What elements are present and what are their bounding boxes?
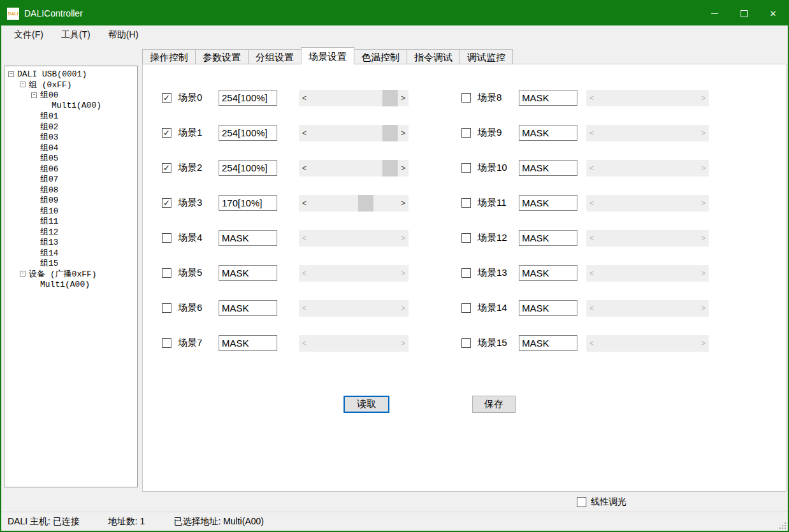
tree-item-19[interactable]: -设备 (广播0xFF) <box>4 269 137 280</box>
status-bar: DALI 主机: 已连接 地址数: 1 已选择地址: Multi(A00) <box>1 512 788 531</box>
scene-level-scrollbar[interactable]: <> <box>299 90 409 106</box>
tree-item-18[interactable]: 组15 <box>4 258 137 269</box>
tree-item-8[interactable]: 组05 <box>4 153 137 164</box>
tree-expander-icon[interactable]: - <box>8 71 14 77</box>
scene-value-input[interactable] <box>219 300 277 316</box>
scrollbar-right-arrow-icon[interactable]: > <box>398 195 409 212</box>
tree-item-3[interactable]: Multi(A00) <box>4 101 137 111</box>
scrollbar-right-arrow-icon[interactable]: > <box>398 125 409 141</box>
scene-checkbox[interactable]: ✓ <box>162 128 171 138</box>
tab-3[interactable]: 场景设置 <box>301 47 354 64</box>
tree-expander-icon[interactable]: - <box>31 92 37 98</box>
tree-item-12[interactable]: 组09 <box>4 195 137 206</box>
scrollbar-right-arrow-icon[interactable]: > <box>398 160 409 176</box>
scene-checkbox[interactable] <box>461 198 471 208</box>
tab-4[interactable]: 色温控制 <box>354 49 407 64</box>
scene-value-input[interactable] <box>519 160 577 176</box>
scene-value-input[interactable] <box>519 90 577 106</box>
tree-item-10[interactable]: 组07 <box>4 174 137 185</box>
scene-checkbox[interactable] <box>461 303 471 313</box>
scrollbar-left-arrow-icon[interactable]: < <box>299 195 310 212</box>
scrollbar-track <box>597 300 698 317</box>
menu-item-0[interactable]: 文件(F) <box>8 27 50 43</box>
scene-level-scrollbar[interactable]: <> <box>299 160 409 176</box>
tree-item-2[interactable]: -组00 <box>4 90 137 101</box>
scene-checkbox[interactable] <box>461 268 471 278</box>
tree-item-4[interactable]: 组01 <box>4 111 137 122</box>
tab-5[interactable]: 指令调试 <box>407 49 460 64</box>
scene-checkbox[interactable] <box>461 128 471 138</box>
scrollbar-track[interactable] <box>310 160 398 176</box>
tree-item-1[interactable]: -组 (0xFF) <box>4 80 137 90</box>
scene-value-input[interactable] <box>219 90 277 106</box>
scene-value-input[interactable] <box>219 195 277 211</box>
scene-checkbox[interactable]: ✓ <box>162 198 171 208</box>
resize-grip-icon[interactable] <box>777 520 786 529</box>
tab-1[interactable]: 参数设置 <box>196 49 249 64</box>
scene-value-input[interactable] <box>519 195 577 211</box>
scene-checkbox[interactable] <box>162 303 171 313</box>
scrollbar-right-arrow-icon[interactable]: > <box>398 90 409 106</box>
tree-expander-icon[interactable]: - <box>20 271 25 277</box>
scene-checkbox[interactable] <box>461 93 471 103</box>
scene-checkbox[interactable] <box>461 233 471 243</box>
tree-item-15[interactable]: 组12 <box>4 227 137 238</box>
scene-value-input[interactable] <box>519 230 577 246</box>
scrollbar-thumb[interactable] <box>358 195 373 212</box>
scene-value-input[interactable] <box>219 230 277 246</box>
tree-item-9[interactable]: 组06 <box>4 164 137 175</box>
scrollbar-left-arrow-icon: < <box>586 195 597 212</box>
scene-checkbox[interactable]: ✓ <box>162 93 171 103</box>
scene-value-input[interactable] <box>219 125 277 141</box>
scene-value-input[interactable] <box>519 265 577 281</box>
tree-item-5[interactable]: 组02 <box>4 122 137 133</box>
save-button[interactable]: 保存 <box>472 396 516 413</box>
scene-checkbox[interactable]: ✓ <box>162 163 171 173</box>
scene-value-input[interactable] <box>219 160 277 176</box>
menu-item-2[interactable]: 帮助(H) <box>102 27 145 43</box>
menu-item-1[interactable]: 工具(T) <box>55 27 97 43</box>
scrollbar-left-arrow-icon[interactable]: < <box>299 160 310 176</box>
scrollbar-track[interactable] <box>310 125 398 141</box>
tree-item-20[interactable]: Multi(A00) <box>4 279 137 290</box>
device-tree[interactable]: -DALI USB(0001)-组 (0xFF)-组00Multi(A00)组0… <box>4 66 138 487</box>
scene-checkbox[interactable] <box>461 338 471 348</box>
tree-item-11[interactable]: 组08 <box>4 185 137 196</box>
minimize-button[interactable] <box>700 1 729 25</box>
scrollbar-track[interactable] <box>310 90 398 106</box>
tree-expander-icon[interactable]: - <box>20 82 25 87</box>
scrollbar-track[interactable] <box>310 195 398 212</box>
scene-value-input[interactable] <box>519 125 577 141</box>
scrollbar-track <box>310 230 398 247</box>
tab-2[interactable]: 分组设置 <box>249 49 301 64</box>
scrollbar-thumb[interactable] <box>382 160 398 176</box>
scene-checkbox[interactable] <box>162 338 171 348</box>
tree-item-7[interactable]: 组04 <box>4 143 137 154</box>
scene-value-input[interactable] <box>519 300 577 316</box>
scrollbar-left-arrow-icon[interactable]: < <box>299 125 310 141</box>
scene-value-input[interactable] <box>219 265 277 281</box>
maximize-button[interactable] <box>729 1 758 25</box>
scrollbar-thumb[interactable] <box>382 90 398 106</box>
scene-level-scrollbar[interactable]: <> <box>299 195 409 212</box>
tree-item-14[interactable]: 组11 <box>4 216 137 227</box>
scene-checkbox[interactable] <box>162 268 171 278</box>
tree-item-13[interactable]: 组10 <box>4 206 137 217</box>
tab-6[interactable]: 调试监控 <box>460 49 513 64</box>
scrollbar-thumb[interactable] <box>382 125 398 141</box>
scene-level-scrollbar[interactable]: <> <box>299 125 409 141</box>
scene-value-input[interactable] <box>219 335 277 351</box>
scene-level-scrollbar: <> <box>586 195 709 212</box>
scrollbar-left-arrow-icon[interactable]: < <box>299 90 310 106</box>
tree-item-6[interactable]: 组03 <box>4 132 137 143</box>
tab-0[interactable]: 操作控制 <box>142 49 196 64</box>
scene-checkbox[interactable] <box>461 163 471 173</box>
tree-item-17[interactable]: 组14 <box>4 248 137 259</box>
scene-value-input[interactable] <box>519 335 577 351</box>
scene-checkbox[interactable] <box>162 233 171 243</box>
tree-item-16[interactable]: 组13 <box>4 237 137 248</box>
tree-item-0[interactable]: -DALI USB(0001) <box>4 69 137 80</box>
linear-dimming-checkbox[interactable] <box>577 497 586 507</box>
close-button[interactable]: ✕ <box>758 1 788 25</box>
read-button[interactable]: 读取 <box>344 396 389 413</box>
